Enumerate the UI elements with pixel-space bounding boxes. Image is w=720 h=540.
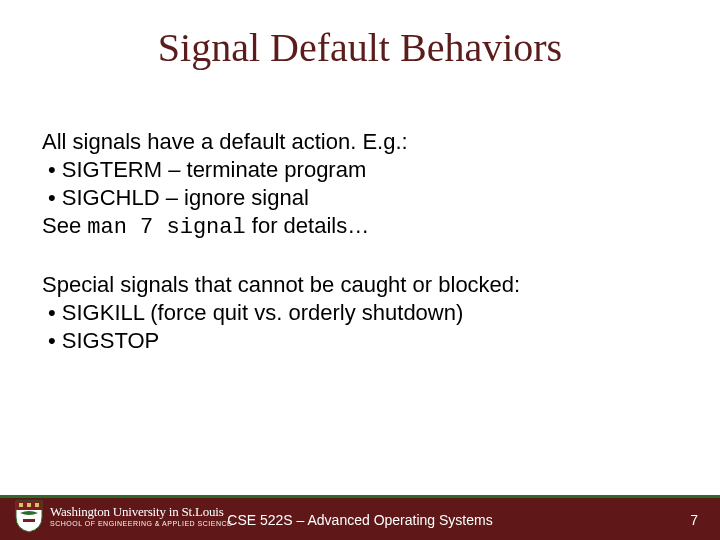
slide-body: All signals have a default action. E.g.:… [42,128,682,383]
body-text: Special signals that cannot be caught or… [42,271,682,299]
footer-course-label: CSE 522S – Advanced Operating Systems [0,512,720,528]
svg-rect-2 [35,503,39,507]
bullet-sigstop: SIGSTOP [42,327,682,355]
bullet-sigchld: SIGCHLD – ignore signal [42,184,682,212]
text-suffix: for details… [246,213,370,238]
code-man-7-signal: man 7 signal [87,215,245,240]
slide: Signal Default Behaviors All signals hav… [0,0,720,540]
bullet-sigkill: SIGKILL (force quit vs. orderly shutdown… [42,299,682,327]
svg-rect-1 [27,503,31,507]
text-prefix: See [42,213,87,238]
footer: Washington University in St.Louis SCHOOL… [0,492,720,540]
paragraph-2: Special signals that cannot be caught or… [42,271,682,355]
page-number: 7 [690,512,698,528]
body-text-see: See man 7 signal for details… [42,212,682,242]
bullet-sigterm: SIGTERM – terminate program [42,156,682,184]
slide-title: Signal Default Behaviors [0,24,720,71]
paragraph-1: All signals have a default action. E.g.:… [42,128,682,243]
body-text: All signals have a default action. E.g.: [42,128,682,156]
svg-rect-0 [19,503,23,507]
